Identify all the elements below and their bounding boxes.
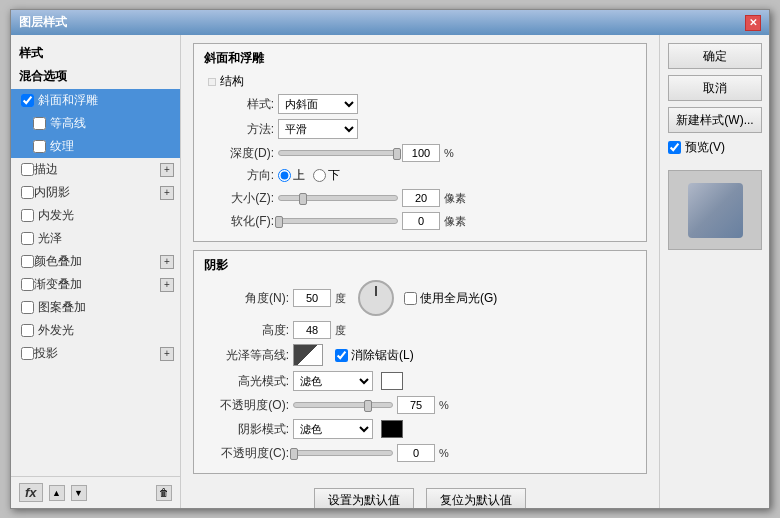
gradient-overlay-plus-btn[interactable]: + (160, 278, 174, 292)
texture-checkbox[interactable] (33, 140, 46, 153)
highlight-opacity-unit: % (439, 399, 449, 411)
style-select[interactable]: 内斜面 (278, 94, 358, 114)
direction-down-label[interactable]: 下 (313, 167, 340, 184)
angle-dial[interactable] (358, 280, 394, 316)
ok-button[interactable]: 确定 (668, 43, 762, 69)
gloss-swatch[interactable] (293, 344, 323, 366)
inner-shadow-label: 内阴影 (34, 184, 70, 201)
satin-label: 光泽 (38, 230, 62, 247)
direction-up-text: 上 (293, 167, 305, 184)
soften-input[interactable] (402, 212, 440, 230)
sidebar-item-texture[interactable]: 纹理 (11, 135, 180, 158)
anti-alias-checkbox[interactable] (335, 349, 348, 362)
depth-slider[interactable] (278, 150, 398, 156)
inner-glow-label: 内发光 (38, 207, 74, 224)
depth-unit: % (444, 147, 454, 159)
highlight-opacity-slider[interactable] (293, 402, 393, 408)
direction-up-radio[interactable] (278, 169, 291, 182)
pattern-overlay-checkbox[interactable] (21, 301, 34, 314)
soften-slider[interactable] (278, 218, 398, 224)
sidebar-item-drop-shadow[interactable]: 投影 + (11, 342, 180, 365)
shadow-mode-label: 阴影模式: (204, 421, 289, 438)
style-label: 样式: (204, 96, 274, 113)
angle-input[interactable] (293, 289, 331, 307)
contour-checkbox[interactable] (33, 117, 46, 130)
shadow-opacity-slider[interactable] (293, 450, 393, 456)
satin-checkbox[interactable] (21, 232, 34, 245)
bevel-section-title: 斜面和浮雕 (204, 50, 636, 67)
bevel-emboss-checkbox[interactable] (21, 94, 34, 107)
drop-shadow-plus-btn[interactable]: + (160, 347, 174, 361)
soften-label: 软化(F): (204, 213, 274, 230)
preview-shape (688, 183, 743, 238)
title-bar: 图层样式 ✕ (11, 10, 769, 35)
direction-up-label[interactable]: 上 (278, 167, 305, 184)
set-default-button[interactable]: 设置为默认值 (314, 488, 414, 508)
direction-down-radio[interactable] (313, 169, 326, 182)
sidebar-item-inner-shadow[interactable]: 内阴影 + (11, 181, 180, 204)
sidebar-item-outer-glow[interactable]: 外发光 (11, 319, 180, 342)
stroke-plus-btn[interactable]: + (160, 163, 174, 177)
highlight-color-swatch[interactable] (381, 372, 403, 390)
layer-style-dialog: 图层样式 ✕ 样式 混合选项 斜面和浮雕 等高线 纹理 (10, 9, 770, 509)
sidebar-item-contour[interactable]: 等高线 (11, 112, 180, 135)
reset-default-button[interactable]: 复位为默认值 (426, 488, 526, 508)
sidebar-item-bevel-emboss[interactable]: 斜面和浮雕 (11, 89, 180, 112)
delete-button[interactable]: 🗑 (156, 485, 172, 501)
drop-shadow-checkbox[interactable] (21, 347, 34, 360)
color-overlay-checkbox[interactable] (21, 255, 34, 268)
sidebar-item-satin[interactable]: 光泽 (11, 227, 180, 250)
sidebar-item-inner-glow[interactable]: 内发光 (11, 204, 180, 227)
method-select[interactable]: 平滑 (278, 119, 358, 139)
shadow-color-swatch[interactable] (381, 420, 403, 438)
sidebar-item-pattern-overlay[interactable]: 图案叠加 (11, 296, 180, 319)
outer-glow-checkbox[interactable] (21, 324, 34, 337)
direction-radio-group: 上 下 (278, 167, 340, 184)
size-input[interactable] (402, 189, 440, 207)
inner-shadow-checkbox[interactable] (21, 186, 34, 199)
highlight-mode-row: 高光模式: 滤色 (204, 371, 636, 391)
gloss-contour-label: 光泽等高线: (204, 347, 289, 364)
use-global-light-checkbox[interactable] (404, 292, 417, 305)
new-style-button[interactable]: 新建样式(W)... (668, 107, 762, 133)
depth-row: 深度(D): % (204, 144, 636, 162)
direction-down-text: 下 (328, 167, 340, 184)
move-down-button[interactable]: ▼ (71, 485, 87, 501)
color-overlay-plus-btn[interactable]: + (160, 255, 174, 269)
depth-input[interactable] (402, 144, 440, 162)
shadow-mode-select[interactable]: 滤色 (293, 419, 373, 439)
color-overlay-label: 颜色叠加 (34, 253, 82, 270)
sidebar-item-stroke[interactable]: 描边 + (11, 158, 180, 181)
left-panel-title: 样式 (11, 43, 180, 66)
height-input[interactable] (293, 321, 331, 339)
shadow-opacity-input[interactable] (397, 444, 435, 462)
shadow-section-title: 阴影 (204, 257, 636, 274)
fx-button[interactable]: fx (19, 483, 43, 502)
shadow-opacity-row: 不透明度(C): % (204, 444, 636, 462)
method-label: 方法: (204, 121, 274, 138)
close-button[interactable]: ✕ (745, 15, 761, 31)
size-slider[interactable] (278, 195, 398, 201)
height-unit: 度 (335, 323, 346, 338)
inner-glow-checkbox[interactable] (21, 209, 34, 222)
angle-label: 角度(N): (204, 290, 289, 307)
texture-label: 纹理 (50, 138, 74, 155)
stroke-label: 描边 (34, 161, 58, 178)
highlight-mode-select[interactable]: 滤色 (293, 371, 373, 391)
gradient-overlay-checkbox[interactable] (21, 278, 34, 291)
move-up-button[interactable]: ▲ (49, 485, 65, 501)
cancel-button[interactable]: 取消 (668, 75, 762, 101)
sidebar-item-gradient-overlay[interactable]: 渐变叠加 + (11, 273, 180, 296)
inner-shadow-plus-btn[interactable]: + (160, 186, 174, 200)
direction-label: 方向: (204, 167, 274, 184)
depth-label: 深度(D): (204, 145, 274, 162)
stroke-checkbox[interactable] (21, 163, 34, 176)
pattern-overlay-label: 图案叠加 (38, 299, 86, 316)
preview-checkbox[interactable] (668, 141, 681, 154)
dialog-body: 样式 混合选项 斜面和浮雕 等高线 纹理 描边 + (11, 35, 769, 508)
drop-shadow-label: 投影 (34, 345, 58, 362)
preview-box (668, 170, 762, 250)
bevel-emboss-label: 斜面和浮雕 (38, 92, 98, 109)
sidebar-item-color-overlay[interactable]: 颜色叠加 + (11, 250, 180, 273)
highlight-opacity-input[interactable] (397, 396, 435, 414)
